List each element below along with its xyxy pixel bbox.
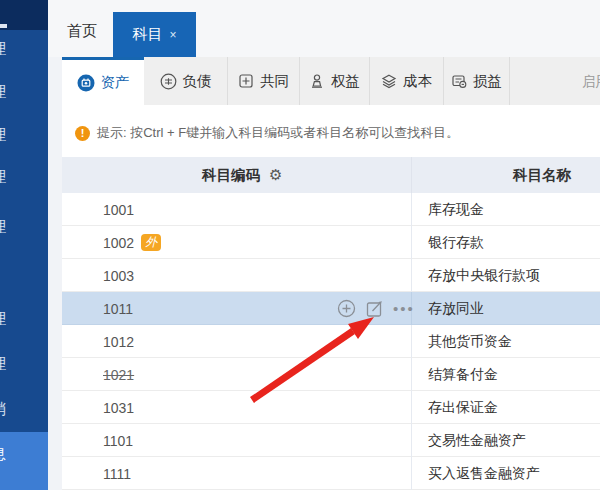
sidebar-item[interactable]: 销 (0, 401, 11, 416)
common-icon (238, 73, 254, 89)
account-name: 存放中央银行款项 (428, 259, 540, 292)
account-code: 1001 (103, 202, 134, 218)
sidebar-item[interactable]: 理 (0, 41, 11, 56)
info-icon: ! (75, 126, 90, 141)
ribbon-tab-label: 资产 (101, 73, 130, 92)
table-row[interactable]: 1011•••存放同业 (62, 292, 600, 325)
account-code: 1003 (103, 268, 134, 284)
more-actions-icon[interactable]: ••• (393, 304, 415, 314)
account-name: 银行存款 (428, 226, 484, 259)
sidebar-item[interactable]: 理 (0, 169, 11, 184)
account-code: 1021 (103, 367, 134, 383)
ribbon-tab-label: 负债 (183, 72, 212, 91)
account-name: 结算备付金 (428, 358, 498, 391)
ribbon-tab-label: 共同 (260, 72, 289, 91)
account-name: 其他货币资金 (428, 325, 512, 358)
table-row[interactable]: 1001库存现金 (62, 193, 600, 226)
account-table-body: 1001库存现金1002外银行存款1003存放中央银行款项1011•••存放同业… (62, 193, 600, 490)
account-name: 库存现金 (428, 193, 484, 226)
table-row[interactable]: 1002外银行存款 (62, 226, 600, 259)
account-name: 买入返售金融资产 (428, 457, 540, 490)
ribbon-tab-label: 权益 (331, 72, 360, 91)
cell-code: 1031 (62, 391, 412, 424)
equity-icon (309, 73, 325, 89)
table-row[interactable]: 1031存出保证金 (62, 391, 600, 424)
asset-icon (77, 74, 95, 92)
tab-subject-label: 科目 (132, 25, 162, 44)
cell-code: 1111 (62, 457, 412, 490)
table-row[interactable]: 1021结算备付金 (62, 358, 600, 391)
account-code: 1031 (103, 400, 134, 416)
ribbon-tab-label: 成本 (403, 72, 432, 91)
sidebar-item[interactable]: 理 (0, 127, 11, 142)
sidebar-item[interactable]: 理 (0, 219, 11, 234)
sidebar-logo-fragment (0, 24, 7, 28)
row-actions: ••• (337, 292, 415, 325)
profit-loss-icon (451, 73, 467, 89)
table-row[interactable]: 1101交易性金融资产 (62, 424, 600, 457)
cell-code: 1001 (62, 193, 412, 226)
foreign-currency-badge: 外 (141, 234, 161, 251)
column-header-code: 科目编码 ⚙ (62, 157, 412, 193)
account-name: 交易性金融资产 (428, 424, 526, 457)
sidebar: 理理理理理理理销 息 (0, 0, 48, 490)
app-window: 理理理理理理理销 息 首页 科目 × 资产 负债 (0, 0, 600, 490)
tab-subject[interactable]: 科目 × (113, 12, 196, 57)
ribbon-tab-cost[interactable]: 成本 (370, 57, 444, 105)
category-ribbon: 资产 负债 共同 权益 (62, 57, 600, 105)
liability-icon (160, 73, 177, 90)
account-name: 存放同业 (428, 292, 484, 325)
cell-code: 1012 (62, 325, 412, 358)
add-subaccount-icon[interactable] (337, 299, 356, 318)
account-code: 1011 (103, 301, 133, 317)
document-tabs-bar: 首页 科目 × (48, 0, 600, 57)
edit-icon[interactable] (365, 299, 384, 318)
account-code: 1101 (103, 433, 133, 449)
sidebar-header (0, 0, 48, 30)
gear-icon[interactable]: ⚙ (269, 166, 282, 184)
code-column-label: 科目编码 (202, 166, 260, 185)
ribbon-tab-assets[interactable]: 资产 (62, 57, 144, 105)
table-row[interactable]: 1003存放中央银行款项 (62, 259, 600, 292)
name-column-label: 科目名称 (513, 157, 571, 193)
cell-code: 1101 (62, 424, 412, 457)
cell-code: 1002外 (62, 226, 412, 259)
account-code: 1012 (103, 334, 134, 350)
table-row[interactable]: 1012其他货币资金 (62, 325, 600, 358)
cell-code: 1003 (62, 259, 412, 292)
account-code: 1111 (103, 466, 131, 482)
cost-icon (381, 73, 397, 89)
ribbon-tab-profit-loss[interactable]: 损益 (444, 57, 510, 105)
table-header: 科目编码 ⚙ 科目名称 (62, 157, 600, 193)
account-name: 存出保证金 (428, 391, 498, 424)
ribbon-tab-common[interactable]: 共同 (228, 57, 300, 105)
sidebar-item-active[interactable]: 息 (0, 432, 48, 490)
table-row[interactable]: 1111买入返售金融资产 (62, 457, 600, 490)
enabled-period-label: 启用期间: 20 (582, 57, 600, 105)
cell-code: 1021 (62, 358, 412, 391)
ribbon-tab-label: 损益 (473, 72, 502, 91)
hint-text: 提示: 按Ctrl + F键并输入科目编码或者科目名称可以查找科目。 (97, 124, 459, 142)
sidebar-item[interactable]: 理 (0, 311, 11, 326)
close-tab-icon[interactable]: × (169, 28, 176, 42)
tab-home[interactable]: 首页 (63, 0, 101, 57)
sidebar-item[interactable]: 理 (0, 84, 11, 99)
account-code: 1002 (103, 235, 134, 251)
content-gutter (48, 0, 62, 490)
sidebar-item[interactable]: 理 (0, 356, 11, 371)
hint-bar: ! 提示: 按Ctrl + F键并输入科目编码或者科目名称可以查找科目。 (62, 105, 600, 157)
ribbon-tab-liabilities[interactable]: 负债 (144, 57, 228, 105)
sidebar-item-label: 息 (0, 446, 11, 461)
ribbon-tab-equity[interactable]: 权益 (300, 57, 370, 105)
